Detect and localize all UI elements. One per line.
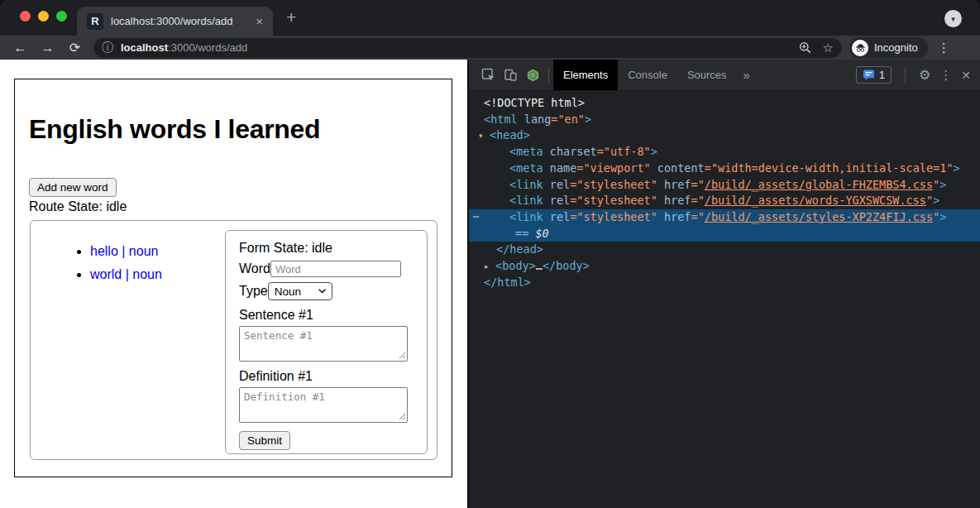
expand-arrow-icon[interactable]: ▸: [485, 259, 489, 276]
code-line[interactable]: == $0: [469, 226, 980, 242]
code-segment: <meta: [509, 161, 550, 175]
new-tab-button[interactable]: +: [286, 7, 296, 27]
code-line[interactable]: <!DOCTYPE html>: [469, 95, 980, 112]
word-input[interactable]: [270, 261, 401, 277]
submit-button[interactable]: Submit: [239, 431, 290, 450]
close-window-icon[interactable]: [20, 11, 31, 22]
word-link[interactable]: world | noun: [90, 267, 162, 281]
code-segment: >: [953, 161, 959, 175]
device-toolbar-icon[interactable]: [500, 68, 522, 82]
code-segment: <body>: [495, 259, 536, 272]
code-segment: ="viewport": [576, 161, 650, 175]
code-line[interactable]: ▾<head>: [469, 127, 980, 144]
tab-close-icon[interactable]: ×: [256, 14, 263, 28]
incognito-label: Incognito: [874, 41, 918, 54]
incognito-badge: Incognito: [849, 37, 928, 59]
code-segment: <link: [509, 210, 550, 223]
back-icon[interactable]: ←: [10, 41, 31, 55]
devtools-panel: Elements Console Sources » 1 ⚙ ⋮ ✕ <!DOC…: [467, 60, 980, 508]
add-new-word-button[interactable]: Add new word: [29, 178, 117, 197]
code-line[interactable]: ▸<body>…</body>: [469, 258, 980, 275]
code-segment: [657, 194, 664, 207]
code-segment: ="stylesheet": [570, 210, 657, 223]
code-line[interactable]: </head>: [469, 242, 980, 258]
more-tabs-icon[interactable]: »: [743, 68, 750, 82]
definition-textarea[interactable]: [239, 387, 408, 423]
code-segment: >: [933, 194, 939, 207]
code-line[interactable]: ⋯<link rel="stylesheet" href="/build/_as…: [469, 209, 980, 226]
type-row: Type Noun: [239, 281, 414, 300]
code-segment: <link: [509, 194, 550, 207]
code-segment: /build/_assets/global-FHZEMBS4.css: [705, 178, 933, 191]
settings-gear-icon[interactable]: ⚙: [919, 67, 930, 83]
code-segment: content: [657, 161, 705, 175]
code-segment: rel: [550, 178, 570, 191]
address-bar[interactable]: ⓘ localhost:3000/words/add ☆: [93, 38, 842, 58]
code-line[interactable]: <link rel="stylesheet" href="/build/_ass…: [469, 177, 980, 194]
zoom-page-icon[interactable]: [799, 41, 811, 54]
code-segment: ="width=device-width,initial-scale=1": [705, 161, 954, 175]
browser-menu-icon[interactable]: ⋮: [938, 41, 950, 55]
code-segment: href: [664, 178, 691, 191]
extension-hexagon-icon[interactable]: [522, 68, 544, 83]
tab-strip: R localhost:3000/words/add × + ▾: [0, 0, 980, 36]
code-segment: /build/_assets/styles-XP2Z4FIJ.css: [705, 210, 933, 223]
code-segment: href: [664, 194, 691, 207]
chevron-down-icon: [318, 289, 326, 294]
code-segment: ="stylesheet": [570, 194, 657, 207]
code-line[interactable]: <meta name="viewport" content="width=dev…: [469, 161, 980, 177]
code-line[interactable]: <html lang="en">: [469, 112, 980, 128]
code-line[interactable]: </html>: [469, 275, 980, 291]
code-segment: [651, 161, 657, 175]
bookmark-star-icon[interactable]: ☆: [823, 41, 834, 55]
devtools-menu-icon[interactable]: ⋮: [939, 68, 952, 83]
window-chevron-icon[interactable]: ▾: [944, 10, 962, 27]
tab-sources[interactable]: Sources: [677, 60, 737, 90]
code-segment: >: [939, 210, 946, 223]
line-options-icon[interactable]: ⋯: [473, 209, 480, 226]
browser-toolbar: ← → ⟳ ⓘ localhost:3000/words/add ☆ Incog…: [0, 36, 980, 60]
word-link[interactable]: hello | noun: [90, 244, 158, 258]
code-segment: ==: [515, 227, 535, 240]
forward-icon[interactable]: →: [37, 41, 58, 55]
site-info-icon[interactable]: ⓘ: [102, 41, 113, 55]
fullscreen-window-icon[interactable]: [56, 11, 67, 22]
resize-handle-icon[interactable]: [399, 352, 406, 359]
code-segment: lang: [524, 113, 552, 126]
code-segment: rel: [550, 194, 570, 207]
word-label: Word: [239, 261, 270, 276]
incognito-spy-icon: [852, 40, 868, 56]
code-segment: <!DOCTYPE html>: [484, 96, 585, 109]
resize-handle-icon[interactable]: [399, 413, 406, 420]
code-line[interactable]: <link rel="stylesheet" href="/build/_ass…: [469, 193, 980, 209]
remix-favicon-icon: R: [87, 13, 103, 30]
tab-elements[interactable]: Elements: [553, 60, 618, 90]
code-segment: ="en": [551, 113, 585, 126]
collapse-arrow-icon[interactable]: ▾: [479, 128, 483, 145]
sentence-label: Sentence #1: [239, 308, 414, 323]
app-container: English words I learned Add new word Rou…: [14, 79, 452, 477]
code-segment: ="utf-8": [597, 145, 651, 158]
code-segment: charset: [550, 145, 597, 158]
sentence-textarea[interactable]: [239, 326, 408, 362]
type-select-value: Noun: [275, 285, 301, 298]
code-segment: >: [651, 145, 657, 158]
tab-console[interactable]: Console: [618, 60, 677, 90]
issues-count: 1: [879, 69, 885, 81]
browser-tab[interactable]: R localhost:3000/words/add ×: [77, 7, 273, 36]
devtools-close-icon[interactable]: ✕: [961, 69, 971, 82]
issues-bubble-icon: [863, 69, 875, 81]
code-line[interactable]: <meta charset="utf-8">: [469, 144, 980, 161]
code-segment: name: [550, 161, 577, 175]
minimize-window-icon[interactable]: [38, 11, 49, 22]
code-segment: =": [691, 178, 705, 191]
issues-counter[interactable]: 1: [856, 66, 892, 84]
code-segment: </body>: [543, 259, 590, 272]
devtools-code: <!DOCTYPE html><html lang="en">▾<head><m…: [469, 91, 980, 290]
reload-icon[interactable]: ⟳: [65, 40, 85, 55]
type-select[interactable]: Noun: [268, 282, 332, 300]
inspect-element-icon[interactable]: [477, 68, 500, 82]
code-segment: rel: [550, 210, 570, 223]
code-segment: <html: [484, 113, 524, 126]
url-path: :3000/words/add: [168, 41, 247, 54]
